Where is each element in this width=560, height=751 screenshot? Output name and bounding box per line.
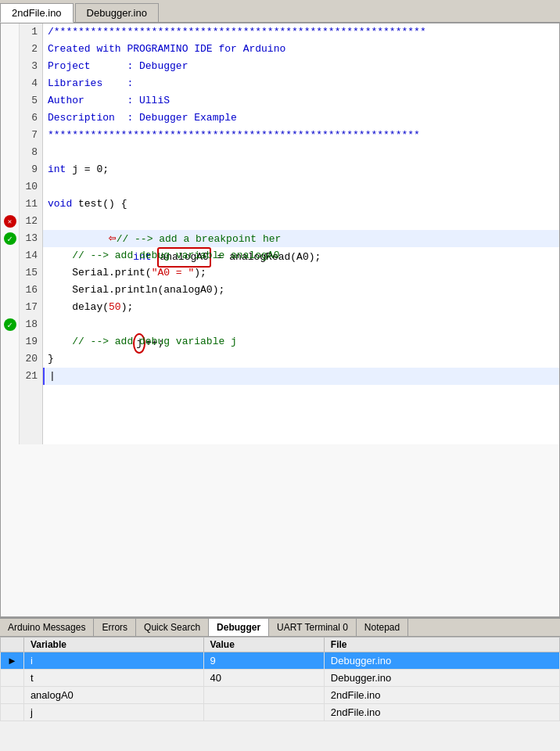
tab-debugger[interactable]: Debugger.ino: [75, 3, 159, 22]
gutter-7: [1, 127, 19, 144]
var-file-i: Debugger.ino: [324, 652, 559, 670]
row-arrow-empty: [1, 704, 24, 721]
row-arrow-empty: [1, 670, 24, 687]
code-lines[interactable]: /***************************************…: [43, 23, 559, 444]
debugger-table: Variable Value File ► i 9 Debugger.ino t: [0, 637, 560, 721]
editor-area: ✕ ✓ ✓ 1: [0, 23, 560, 617]
gutter-12[interactable]: ✕: [1, 213, 19, 230]
tab-uart[interactable]: UART Terminal 0: [269, 619, 357, 636]
table-row[interactable]: ► i 9 Debugger.ino: [1, 652, 560, 670]
gutter-21: [1, 368, 19, 385]
code-line-2: Created with PROGRAMINO IDE for Arduino: [43, 41, 559, 58]
code-content: ✕ ✓ ✓ 1: [1, 23, 559, 444]
code-line-3: Project : Debugger: [43, 58, 559, 75]
gutter-1: [1, 23, 19, 41]
gutter-10: [1, 178, 19, 196]
var-name-t: t: [23, 670, 203, 687]
var-file-j: 2ndFile.ino: [324, 704, 559, 721]
var-file-t: Debugger.ino: [324, 670, 559, 687]
col-arrow: [1, 638, 24, 652]
row-arrow-icon: ►: [1, 652, 24, 670]
breakpoint-arrow: ⇦: [109, 230, 117, 247]
gutter-8: [1, 144, 19, 161]
code-line-6: Description : Debugger Example: [43, 110, 559, 127]
gutter-20: [1, 350, 19, 368]
tab-bar: 2ndFile.ino Debugger.ino: [0, 0, 560, 23]
table-header-row: Variable Value File: [1, 638, 560, 652]
tab-notepad[interactable]: Notepad: [357, 619, 408, 636]
col-file: File: [324, 638, 559, 652]
gutter-2: [1, 41, 19, 58]
tab-debugger[interactable]: Debugger: [209, 619, 269, 636]
gutter-9: [1, 161, 19, 178]
gutter-18[interactable]: ✓: [1, 316, 19, 333]
var-file-analogA0: 2ndFile.ino: [324, 687, 559, 704]
line-numbers: 1 2 3 4 5 6 7 8 9 10 11 12 13 14 15 16 1…: [20, 23, 43, 444]
code-line-18: j++;: [43, 316, 559, 333]
bottom-panel: Arduino Messages Errors Quick Search Deb…: [0, 617, 560, 751]
var-name-i: i: [23, 652, 203, 670]
col-variable: Variable: [23, 638, 203, 652]
gutter: ✕ ✓ ✓: [1, 23, 20, 444]
gutter-13[interactable]: ✓: [1, 230, 19, 247]
code-line-15: Serial.print("A0 = ");: [43, 264, 559, 282]
var-name-j: j: [23, 704, 203, 721]
code-line-16: Serial.println(analogA0);: [43, 282, 559, 299]
code-line-8: [43, 144, 559, 161]
breakpoint-icon: ✕: [4, 215, 16, 228]
empty-editor-area: [1, 444, 559, 616]
var-value-i: 9: [203, 652, 324, 670]
check-icon-18: ✓: [4, 318, 16, 331]
code-line-1: /***************************************…: [43, 23, 559, 41]
gutter-14: [1, 247, 19, 264]
table-row[interactable]: j 2ndFile.ino: [1, 704, 560, 721]
gutter-19: [1, 333, 19, 350]
var-value-t: 40: [203, 670, 324, 687]
table-row[interactable]: t 40 Debugger.ino: [1, 670, 560, 687]
gutter-5: [1, 92, 19, 110]
check-icon-13: ✓: [4, 232, 16, 245]
code-line-19: // --> add debug variable j: [43, 333, 559, 350]
gutter-6: [1, 110, 19, 127]
tab-2ndfile[interactable]: 2ndFile.ino: [0, 3, 74, 23]
gutter-11: [1, 196, 19, 213]
var-value-analogA0: [203, 687, 324, 704]
code-line-11: void test() {: [43, 196, 559, 213]
var-name-analogA0: analogA0: [23, 687, 203, 704]
row-arrow-empty: [1, 687, 24, 704]
app-container: 2ndFile.ino Debugger.ino: [0, 0, 560, 751]
code-line-5: Author : UlliS: [43, 92, 559, 110]
var-value-j: [203, 704, 324, 721]
code-line-9: int j = 0;: [43, 161, 559, 178]
tab-errors[interactable]: Errors: [94, 619, 136, 636]
tab-arduino-messages[interactable]: Arduino Messages: [0, 619, 94, 636]
table-row[interactable]: analogA0 2ndFile.ino: [1, 687, 560, 704]
gutter-15: [1, 264, 19, 282]
col-value: Value: [203, 638, 324, 652]
code-line-12: ⇦// --> add a breakpoint her: [43, 213, 559, 230]
code-line-17: delay(50);: [43, 299, 559, 316]
code-line-7: ****************************************…: [43, 127, 559, 144]
gutter-16: [1, 282, 19, 299]
code-line-21: |: [43, 368, 559, 385]
code-line-10: [43, 178, 559, 196]
bottom-tab-bar: Arduino Messages Errors Quick Search Deb…: [0, 619, 560, 637]
gutter-4: [1, 75, 19, 92]
tab-quick-search[interactable]: Quick Search: [136, 619, 209, 636]
code-line-20: }: [43, 350, 559, 368]
gutter-17: [1, 299, 19, 316]
gutter-3: [1, 58, 19, 75]
code-line-4: Libraries :: [43, 75, 559, 92]
